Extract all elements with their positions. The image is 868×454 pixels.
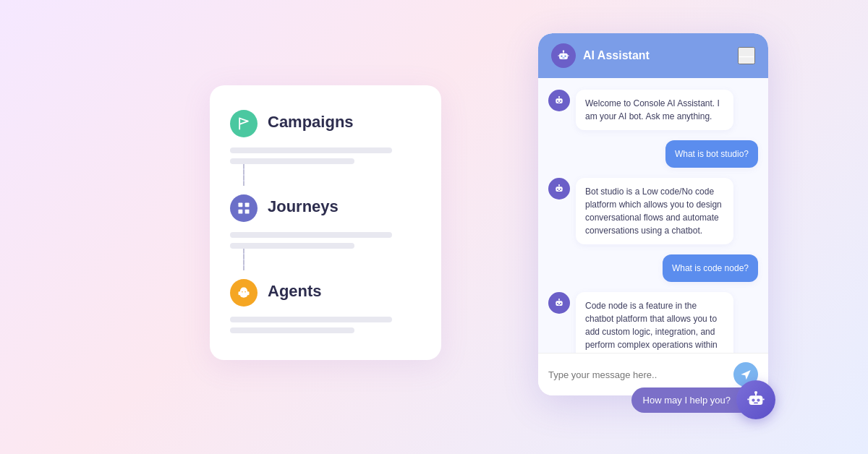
svg-point-19: [558, 96, 560, 98]
chat-bubble-user2: What is code node?: [663, 254, 758, 282]
svg-point-22: [560, 189, 561, 190]
chat-header: AI Assistant —: [538, 33, 768, 78]
chat-window: AI Assistant — Welcome to Console AI Ass…: [538, 33, 768, 395]
chat-header-left: AI Assistant: [551, 43, 650, 68]
svg-rect-2: [239, 210, 243, 214]
journeys-icon-wrapper: [230, 194, 258, 222]
svg-rect-23: [558, 190, 561, 191]
campaigns-line-1: [230, 147, 392, 153]
svg-point-7: [561, 56, 563, 58]
floating-chat-icon: [736, 380, 775, 419]
chat-input[interactable]: [548, 369, 726, 380]
agents-icon-wrapper: [230, 279, 258, 307]
svg-point-16: [560, 100, 561, 102]
svg-point-8: [564, 56, 566, 58]
svg-point-15: [557, 100, 558, 102]
svg-point-25: [558, 184, 560, 186]
svg-point-21: [557, 189, 558, 190]
nav-section-journeys: Journeys: [230, 193, 421, 249]
chat-message-user1: What is bot studio?: [548, 140, 758, 168]
bot-avatar-3: [548, 292, 570, 314]
campaigns-label: Campaigns: [268, 113, 354, 132]
campaigns-line-2: [230, 158, 354, 164]
agents-icon: [237, 286, 251, 300]
chat-body: Welcome to Console AI Assistant. I am yo…: [538, 78, 768, 353]
journeys-label: Journeys: [268, 197, 339, 216]
bot-icon-3: [553, 297, 565, 309]
svg-point-5: [244, 291, 246, 293]
svg-point-27: [557, 303, 558, 304]
chat-bubble-bot3: Code node is a feature in the chatbot pl…: [576, 292, 733, 353]
navigation-card: Campaigns Journeys: [210, 85, 441, 360]
nav-section-campaigns: Campaigns: [230, 108, 421, 164]
bot-avatar-2: [548, 178, 570, 200]
chat-message-user2: What is code node?: [548, 254, 758, 282]
svg-rect-1: [245, 203, 250, 207]
svg-point-31: [558, 299, 560, 300]
svg-point-34: [757, 398, 760, 401]
svg-point-28: [560, 303, 561, 304]
journeys-icon: [237, 201, 251, 215]
journeys-line-1: [230, 232, 392, 238]
bot-avatar-1: [548, 90, 570, 111]
chat-message-bot3: Code node is a feature in the chatbot pl…: [548, 292, 758, 353]
campaigns-icon-wrapper: [230, 110, 258, 137]
chat-title: AI Assistant: [583, 49, 650, 62]
agents-line-1: [230, 317, 392, 322]
campaigns-icon: [237, 116, 251, 131]
svg-point-33: [752, 398, 754, 401]
journeys-lines: [230, 232, 421, 249]
campaigns-lines: [230, 147, 421, 164]
bot-icon-1: [553, 95, 565, 106]
chat-header-avatar: [551, 43, 576, 68]
svg-rect-17: [558, 102, 561, 103]
chat-bubble-user1: What is bot studio?: [665, 140, 758, 168]
connector-2: [243, 249, 244, 270]
svg-rect-0: [239, 203, 243, 207]
agents-line-2: [230, 327, 354, 333]
bot-icon-2: [553, 183, 565, 194]
svg-rect-35: [754, 403, 758, 404]
chat-bubble-bot2: Bot studio is a Low code/No code platfor…: [576, 178, 733, 244]
svg-rect-3: [245, 210, 250, 214]
floating-chat-label: How may I help you?: [631, 387, 742, 413]
agents-label: Agents: [268, 282, 322, 301]
connector-1: [243, 164, 244, 186]
journeys-line-2: [230, 243, 354, 249]
nav-section-agents: Agents: [230, 278, 421, 333]
send-icon: [740, 369, 752, 380]
chat-bubble-bot1: Welcome to Console AI Assistant. I am yo…: [576, 90, 733, 130]
svg-rect-29: [558, 304, 561, 305]
chat-message-bot2: Bot studio is a Low code/No code platfor…: [548, 178, 758, 244]
chat-minimize-button[interactable]: —: [738, 47, 755, 64]
svg-point-4: [242, 291, 243, 293]
floating-chat-button[interactable]: How may I help you?: [631, 380, 775, 419]
svg-point-37: [754, 391, 757, 394]
svg-rect-9: [562, 58, 564, 59]
chat-message-bot1: Welcome to Console AI Assistant. I am yo…: [548, 90, 758, 130]
agents-lines: [230, 317, 421, 333]
chat-header-robot-icon: [556, 48, 571, 63]
svg-point-11: [563, 51, 565, 53]
floating-robot-icon: [746, 390, 766, 410]
